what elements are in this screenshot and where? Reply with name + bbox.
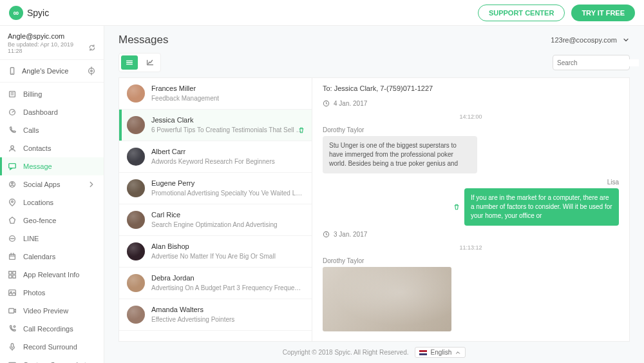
last-updated-label: Be updated: Apr 10, 2019 11:28	[8, 41, 88, 54]
clock-icon	[323, 100, 330, 107]
target-account-dropdown[interactable]: 123re@cocospy.com	[551, 36, 630, 44]
thread-preview: Feedback Management	[151, 94, 304, 103]
search-input[interactable]	[557, 59, 639, 66]
sidebar-item-record-surround[interactable]: Record Surround	[0, 338, 104, 356]
trash-icon[interactable]	[453, 203, 460, 211]
social-icon	[8, 180, 17, 189]
sidebar-item-label: LINE	[23, 235, 39, 242]
avatar	[127, 84, 145, 103]
message-bubble: If you are in the market for a computer,…	[464, 188, 619, 226]
chart-view-toggle[interactable]	[142, 55, 158, 70]
list-icon	[125, 58, 134, 67]
nav-list: BillingDashboardCallsContactsMessageSoci…	[0, 83, 104, 363]
chevron-down-icon	[622, 36, 630, 44]
sidebar-item-dashboard[interactable]: Dashboard	[0, 103, 104, 121]
message-bubble: Stu Unger is one of the biggest supersta…	[323, 136, 477, 173]
topbar: ∞ Spyic SUPPORT CENTER TRY IT FREE	[0, 0, 644, 26]
date-separator: 3 Jan. 2017	[323, 231, 619, 238]
copyright-text: Copyright © 2018 Spyic. All Right Reserv…	[283, 349, 409, 356]
device-icon	[8, 66, 17, 75]
contacts-icon	[8, 144, 17, 153]
avatar	[127, 274, 145, 292]
sidebar-item-label: Geo-fence	[23, 217, 56, 224]
sidebar-item-label: Dashboard	[23, 108, 58, 116]
time-label: 14:12:00	[323, 113, 619, 120]
sidebar-item-billing[interactable]: Billing	[0, 85, 104, 103]
avatar	[127, 242, 145, 260]
sidebar-item-calls[interactable]: Calls	[0, 121, 104, 139]
calendar-icon	[8, 252, 17, 261]
try-free-button[interactable]: TRY IT FREE	[571, 5, 635, 21]
language-selector[interactable]: English	[415, 347, 466, 358]
line-icon	[8, 234, 17, 243]
trash-icon[interactable]	[298, 126, 305, 134]
thread-name: Alan Bishop	[151, 242, 304, 250]
account-block: Angle@spyic.com Be updated: Apr 10, 2019…	[0, 26, 104, 59]
sidebar-item-locations[interactable]: Locations	[0, 193, 104, 211]
thread-item[interactable]: Frances MillerFeedback Management	[119, 78, 312, 110]
search-box[interactable]	[553, 55, 630, 70]
device-name: Angle's Device	[22, 67, 68, 75]
sidebar-item-label: Locations	[23, 199, 53, 206]
thread-preview: Search Engine Optimization And Advertisi…	[151, 221, 304, 229]
apps-icon	[8, 270, 17, 279]
message-sender: Dorothy Taylor	[323, 126, 619, 133]
thread-item[interactable]: Amanda WaltersEffective Advertising Poin…	[119, 299, 312, 331]
sidebar: Angle@spyic.com Be updated: Apr 10, 2019…	[0, 26, 104, 363]
page-title: Messages	[118, 34, 168, 46]
message-sender: Dorothy Taylor	[323, 257, 619, 264]
thread-item[interactable]: Albert CarrAdwords Keyword Research For …	[119, 141, 312, 173]
list-view-toggle[interactable]	[121, 55, 138, 70]
account-email: Angle@spyic.com	[8, 32, 96, 40]
brand-logo-icon: ∞	[9, 6, 23, 20]
video-icon	[8, 306, 17, 315]
chevron-up-icon	[455, 349, 461, 356]
conversation-to: To: Jessica Clark, 7-(759)071-1227	[323, 84, 619, 92]
sidebar-item-geo-fence[interactable]: Geo-fence	[0, 211, 104, 230]
chart-icon	[146, 58, 155, 67]
calls-icon	[8, 126, 17, 135]
thread-item[interactable]: Jessica Clark6 Powerful Tips To Creating…	[119, 110, 312, 141]
target-icon	[87, 66, 96, 75]
message-image[interactable]	[323, 267, 451, 331]
sidebar-item-label: Contacts	[23, 144, 51, 152]
thread-item[interactable]: Alan BishopAdvertise No Matter If You Ar…	[119, 236, 312, 268]
sidebar-item-line[interactable]: LINE	[0, 230, 104, 248]
sidebar-item-calendars[interactable]: Calendars	[0, 248, 104, 266]
avatar	[127, 211, 145, 229]
locations-icon	[8, 198, 17, 207]
thread-preview: Promotional Advertising Specialty You Ve…	[151, 189, 304, 197]
refresh-icon[interactable]	[88, 44, 96, 52]
support-center-button[interactable]: SUPPORT CENTER	[478, 5, 565, 21]
sidebar-item-label: App Relevant Info	[23, 271, 79, 279]
thread-list: Frances MillerFeedback ManagementJessica…	[118, 77, 312, 342]
thread-item[interactable]: Eugene PerryPromotional Advertising Spec…	[119, 173, 312, 204]
sidebar-item-label: Video Preview	[23, 307, 68, 315]
sidebar-item-call-recordings[interactable]: Call Recordings	[0, 320, 104, 338]
thread-item[interactable]: Carl RiceSearch Engine Optimization And …	[119, 204, 312, 236]
sidebar-item-contacts[interactable]: Contacts	[0, 139, 104, 157]
main-panel: Messages 123re@cocospy.com Frances Mille…	[104, 26, 644, 363]
sidebar-item-social-apps[interactable]: Social Apps	[0, 175, 104, 193]
billing-icon	[8, 90, 17, 99]
time-label: 11:13:12	[323, 244, 619, 251]
device-selector[interactable]: Angle's Device	[0, 59, 104, 83]
sidebar-item-message[interactable]: Message	[0, 157, 104, 175]
sidebar-item-label: Photos	[23, 289, 45, 297]
geofence-icon	[8, 216, 17, 225]
thread-item[interactable]: Debra JordanAdvertising On A Budget Part…	[119, 268, 312, 299]
message-icon	[8, 162, 17, 171]
thread-name: Jessica Clark	[151, 116, 304, 124]
avatar	[127, 179, 145, 197]
photos-icon	[8, 288, 17, 297]
sidebar-item-app-relevant-info[interactable]: App Relevant Info	[0, 266, 104, 284]
brand-logo[interactable]: ∞ Spyic	[9, 6, 49, 20]
view-toggle	[118, 53, 161, 72]
sidebar-item-video-preview[interactable]: Video Preview	[0, 302, 104, 320]
date-separator: 4 Jan. 2017	[323, 100, 619, 107]
sidebar-item-photos[interactable]: Photos	[0, 284, 104, 302]
thread-preview: Advertise No Matter If You Are Big Or Sm…	[151, 252, 304, 260]
sidebar-item-label: Billing	[23, 90, 42, 98]
avatar	[127, 116, 145, 134]
sidebar-item-capture-screenshots[interactable]: Capture Screenshots	[0, 356, 104, 363]
